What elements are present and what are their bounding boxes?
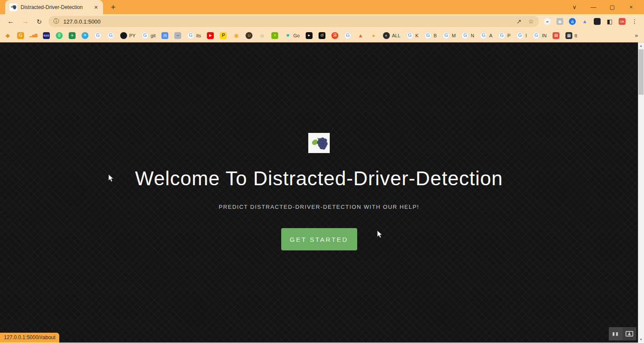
scroll-down-icon[interactable]: ▼ bbox=[638, 336, 644, 343]
bookmark-item[interactable]: 8 bbox=[56, 32, 63, 39]
menu-dots-icon[interactable]: ⋮ bbox=[631, 18, 638, 25]
bookmark-item[interactable]: P bbox=[220, 32, 227, 39]
person-avatar-icon[interactable]: ☻ bbox=[556, 18, 563, 25]
bookmark-item[interactable]: GI bbox=[516, 32, 527, 39]
maximize-icon[interactable]: ▢ bbox=[603, 4, 622, 10]
godaddy-icon[interactable]: ♥ bbox=[284, 32, 291, 39]
bookmark-item[interactable]: ▦tt bbox=[565, 32, 577, 39]
peaks-icon[interactable]: ▲ bbox=[581, 18, 588, 25]
pause-button[interactable]: ▮▮ bbox=[609, 327, 623, 340]
bookmark-item[interactable]: + bbox=[69, 32, 76, 39]
analytics-bars-icon[interactable]: ▂▅▇ bbox=[30, 32, 37, 39]
google-icon[interactable]: G bbox=[498, 32, 505, 39]
bot-icon[interactable]: •• bbox=[174, 32, 181, 39]
address-bar[interactable]: ⓘ 127.0.0.1:5000 ↗ ☆ bbox=[49, 16, 539, 27]
bookmark-item[interactable]: G bbox=[17, 32, 24, 39]
google-icon[interactable]: G bbox=[407, 32, 413, 39]
menu-chevron-icon[interactable]: ∨ bbox=[565, 4, 584, 10]
red-app-icon[interactable]: ▤ bbox=[553, 32, 559, 39]
bookmark-item[interactable]: ○ bbox=[258, 32, 265, 39]
url-text[interactable]: 127.0.0.1:5000 bbox=[64, 18, 516, 25]
bookmark-item[interactable]: GB bbox=[425, 32, 437, 39]
cursor-app-icon[interactable]: ► bbox=[306, 32, 313, 39]
google-icon[interactable]: G bbox=[516, 32, 523, 39]
get-started-button[interactable]: GET STARTED bbox=[281, 228, 357, 250]
ieee-icon[interactable]: IEEE bbox=[43, 32, 50, 39]
bookmark-item[interactable]: [‖] bbox=[161, 32, 168, 39]
new-tab-button[interactable]: + bbox=[111, 3, 115, 14]
bookmark-item[interactable]: GM bbox=[443, 32, 456, 39]
google-icon[interactable]: G bbox=[462, 32, 468, 39]
a-badge-icon[interactable]: a bbox=[569, 18, 576, 25]
pip-button[interactable]: ♟ bbox=[623, 327, 636, 340]
scroll-up-icon[interactable]: ▲ bbox=[638, 42, 644, 49]
keyboard-icon[interactable]: ▦ bbox=[565, 32, 572, 39]
bookmark-item[interactable]: Gits bbox=[187, 32, 201, 39]
google-icon[interactable]: G bbox=[480, 32, 487, 39]
okcr-icon[interactable]: OK bbox=[619, 18, 626, 25]
bookmark-item[interactable]: ◉ bbox=[233, 32, 240, 39]
bookmark-item[interactable]: Я bbox=[331, 32, 338, 39]
bookmark-item[interactable]: ◆ bbox=[4, 32, 11, 39]
green-8-icon[interactable]: 8 bbox=[56, 32, 63, 39]
bookmark-item[interactable]: ► bbox=[306, 32, 313, 39]
gi-app-icon[interactable]: G bbox=[17, 32, 24, 39]
bookmark-item[interactable]: PY bbox=[120, 32, 136, 39]
bookmark-item[interactable]: •• bbox=[174, 32, 181, 39]
extensions-puzzle-icon[interactable] bbox=[594, 18, 601, 25]
minimize-icon[interactable]: — bbox=[584, 4, 603, 10]
bookmark-item[interactable]: GK bbox=[407, 32, 419, 39]
share-icon[interactable]: ↗ bbox=[516, 18, 522, 25]
back-icon[interactable]: ← bbox=[7, 18, 14, 25]
bookmark-item[interactable]: ◐ALL bbox=[383, 32, 401, 39]
cl-icon[interactable]: cl bbox=[319, 32, 325, 39]
bookmark-item[interactable]: GA bbox=[480, 32, 492, 39]
reload-icon[interactable]: ↻ bbox=[36, 18, 42, 25]
cart-icon[interactable]: ⊔ bbox=[246, 32, 252, 39]
google-icon[interactable]: G bbox=[107, 32, 114, 39]
bookmark-item[interactable]: GN bbox=[462, 32, 474, 39]
bookmark-item[interactable]: G bbox=[107, 32, 114, 39]
yandex-icon[interactable]: Я bbox=[331, 32, 338, 39]
ring-icon[interactable]: ○ bbox=[258, 32, 265, 39]
bookmark-item[interactable]: ▤ bbox=[553, 32, 559, 39]
youtube-icon[interactable]: ▶ bbox=[207, 32, 214, 39]
bookmark-item[interactable]: G bbox=[344, 32, 351, 39]
sheets-plus-icon[interactable]: + bbox=[69, 32, 76, 39]
diamond-icon[interactable]: ◆ bbox=[4, 32, 11, 39]
bookmarks-overflow-icon[interactable]: » bbox=[635, 32, 640, 39]
telegram-icon[interactable]: ✈ bbox=[82, 32, 88, 39]
bookmark-item[interactable]: ▲ bbox=[357, 32, 364, 39]
matlab-icon[interactable]: ▲ bbox=[357, 32, 364, 39]
google-icon[interactable]: G bbox=[425, 32, 431, 39]
bookmark-item[interactable]: GIN bbox=[533, 32, 547, 39]
sidebar-toggle-icon[interactable]: ◧ bbox=[606, 18, 613, 25]
forward-icon[interactable]: → bbox=[22, 18, 29, 25]
tab-close-icon[interactable]: × bbox=[92, 3, 100, 11]
bookmark-item[interactable]: cl bbox=[319, 32, 325, 39]
bookmark-item[interactable]: IEEE bbox=[43, 32, 50, 39]
camera-icon[interactable]: ◉ bbox=[233, 32, 240, 39]
google-icon[interactable]: G bbox=[443, 32, 450, 39]
site-info-icon[interactable]: ⓘ bbox=[54, 18, 59, 25]
bookmark-item[interactable]: ▶ bbox=[207, 32, 214, 39]
bookmark-item[interactable]: G bbox=[94, 32, 101, 39]
p-yellow-icon[interactable]: P bbox=[220, 32, 227, 39]
bookmark-item[interactable]: Ggit bbox=[142, 32, 156, 39]
browser-tab[interactable]: Distracted-Driver-Detection × bbox=[5, 0, 103, 14]
bookmark-item[interactable]: GP bbox=[498, 32, 510, 39]
bookmark-item[interactable]: ▂▅▇ bbox=[30, 32, 37, 39]
scrollbar-thumb[interactable] bbox=[638, 49, 644, 95]
google-icon[interactable]: G bbox=[344, 32, 351, 39]
bookmark-item[interactable]: ♥Go bbox=[284, 32, 300, 39]
bookmark-star-icon[interactable]: ☆ bbox=[528, 18, 534, 25]
github-icon[interactable] bbox=[120, 32, 127, 39]
google-icon[interactable]: G bbox=[533, 32, 540, 39]
bookmark-item[interactable]: ✈ bbox=[82, 32, 88, 39]
google-icon[interactable]: G bbox=[94, 32, 101, 39]
bookmark-item[interactable]: ● bbox=[370, 32, 377, 39]
brackets-icon[interactable]: [‖] bbox=[161, 32, 168, 39]
bookmark-item[interactable]: ⊔ bbox=[246, 32, 252, 39]
blob-icon[interactable]: ● bbox=[370, 32, 377, 39]
panda-icon[interactable]: •• bbox=[544, 18, 551, 25]
